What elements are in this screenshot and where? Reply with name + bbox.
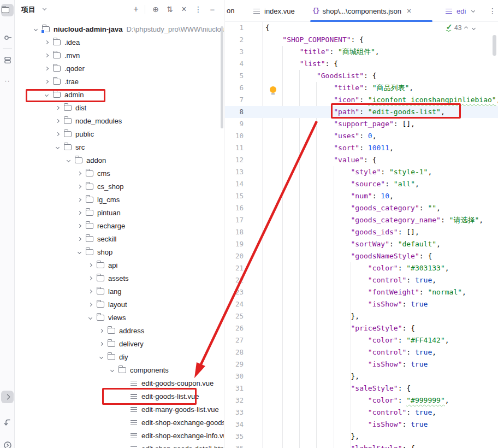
inspection-widget[interactable]: ✓ 43 <box>446 24 475 32</box>
chevron-right-icon[interactable] <box>55 105 59 109</box>
tree-item-shop[interactable]: shop <box>15 245 224 258</box>
code-line-30[interactable]: 30 }, <box>225 370 498 382</box>
tab-components-json[interactable]: {} shop\...\components.json × <box>312 0 411 22</box>
project-scrollbar[interactable] <box>221 26 223 128</box>
tree-item-.idea[interactable]: .idea <box>15 36 224 49</box>
chevron-down-icon[interactable] <box>99 355 103 358</box>
tree-item-diy[interactable]: diy <box>15 350 224 363</box>
code-line-12[interactable]: 12 "value": { <box>225 154 498 166</box>
code-line-5[interactable]: 5 "GoodsList": { <box>225 70 498 82</box>
chevron-right-icon[interactable] <box>88 263 92 267</box>
chevron-right-icon[interactable] <box>77 171 81 175</box>
code-line-13[interactable]: 13 "style": "style-1", <box>225 166 498 178</box>
options-kebab-button[interactable]: ⋮ <box>193 4 204 15</box>
code-line-18[interactable]: 18 "goods_ids": [], <box>225 226 498 238</box>
tree-item-cs_shop[interactable]: cs_shop <box>15 180 224 193</box>
code-line-6[interactable]: 6 "title": "商品列表", <box>225 82 498 94</box>
tree-item-delivery[interactable]: delivery <box>15 337 224 350</box>
tree-item-api[interactable]: api <box>15 258 224 272</box>
tree-item-addon[interactable]: addon <box>15 154 224 167</box>
project-panel-title[interactable]: 项目 <box>21 5 35 15</box>
code-line-15[interactable]: 15 "num": 10, <box>225 190 498 202</box>
project-tool-icon[interactable] <box>1 4 14 16</box>
chevron-right-icon[interactable] <box>55 132 59 135</box>
terminal-tool-icon[interactable] <box>1 391 14 403</box>
tree-item-components[interactable]: components <box>15 363 224 376</box>
code-line-2[interactable]: 2 "SHOP_COMPONENT": { <box>225 34 498 46</box>
tree-item-edit-shop-exchange-info.vue[interactable]: edit-shop-exchange-info.vue <box>15 429 224 442</box>
hide-panel-button[interactable]: − <box>207 4 218 15</box>
tree-item-recharge[interactable]: recharge <box>15 219 224 232</box>
tree-item-.mvn[interactable]: .mvn <box>15 49 224 62</box>
tree-item-node_modules[interactable]: node_modules <box>15 114 224 127</box>
code-line-25[interactable]: 25 }, <box>225 310 498 322</box>
chevron-right-icon[interactable] <box>88 276 92 280</box>
code-line-29[interactable]: 29 "isShow": true <box>225 358 498 370</box>
tree-item-edit-shop-goods-detail-btn.vue[interactable]: edit-shop-goods-detail-btn.vue <box>15 442 224 448</box>
next-problem-icon[interactable] <box>472 26 476 30</box>
code-line-35[interactable]: 35 }, <box>225 431 498 443</box>
code-line-22[interactable]: 22 "control": true, <box>225 274 498 286</box>
tree-item-niucloud-admin-java[interactable]: niucloud-admin-javaD:\phpstudy_pro\WWW\n… <box>15 22 224 36</box>
prev-problem-icon[interactable] <box>464 26 468 30</box>
tree-item-views[interactable]: views <box>15 311 224 324</box>
code-line-19[interactable]: 19 "sortWay": "default", <box>225 238 498 250</box>
tree-item-address[interactable]: address <box>15 324 224 337</box>
chevron-down-icon[interactable] <box>471 9 475 13</box>
services-tool-icon[interactable] <box>1 415 14 428</box>
chevron-down-icon[interactable] <box>33 27 37 31</box>
code-line-34[interactable]: 34 "isShow": true <box>225 418 498 431</box>
chevron-down-icon[interactable] <box>55 145 59 149</box>
tree-item-public[interactable]: public <box>15 127 224 140</box>
tree-item-.trae[interactable]: .trae <box>15 75 224 88</box>
chevron-right-icon[interactable] <box>44 79 48 83</box>
chevron-right-icon[interactable] <box>88 289 92 293</box>
close-tab-icon[interactable]: × <box>407 7 411 15</box>
chevron-right-icon[interactable] <box>77 223 81 227</box>
structure-tool-icon[interactable] <box>1 54 14 66</box>
chevron-right-icon[interactable] <box>44 53 48 57</box>
code-line-27[interactable]: 27 "color": "#FF4142", <box>225 334 498 346</box>
tree-item-edit-shop-exchange-goods.vue[interactable]: edit-shop-exchange-goods.vue <box>15 416 224 429</box>
tree-item-dist[interactable]: dist <box>15 101 224 114</box>
tree-item-lg_cms[interactable]: lg_cms <box>15 193 224 206</box>
chevron-right-icon[interactable] <box>44 66 48 70</box>
code-line-8[interactable]: 8 "path": "edit-goods-list", <box>225 106 498 118</box>
code-line-14[interactable]: 14 "source": "all", <box>225 178 498 190</box>
chevron-right-icon[interactable] <box>55 119 59 122</box>
chevron-right-icon[interactable] <box>77 197 81 201</box>
tree-item-lang[interactable]: lang <box>15 285 224 298</box>
tree-item-edit-many-goods-list.vue[interactable]: edit-many-goods-list.vue <box>15 403 224 416</box>
tabs-kebab-icon[interactable]: ⋮ <box>489 7 496 15</box>
code-line-9[interactable]: 9 "support_page": [], <box>225 118 498 130</box>
chevron-right-icon[interactable] <box>88 302 92 306</box>
commit-tool-icon[interactable] <box>1 31 14 44</box>
tree-item-edit-goods-coupon.vue[interactable]: edit-goods-coupon.vue <box>15 376 224 390</box>
code-line-36[interactable]: 36 "labelStyle": { <box>225 443 498 448</box>
collapse-all-button[interactable]: × <box>179 4 189 15</box>
code-line-17[interactable]: 17 "goods_category_name": "请选择", <box>225 214 498 226</box>
code-line-4[interactable]: 4 "list": { <box>225 58 498 70</box>
intention-bulb-icon[interactable] <box>270 86 276 95</box>
tree-item-cms[interactable]: cms <box>15 167 224 180</box>
chevron-down-icon[interactable] <box>77 250 81 254</box>
chevron-down-icon[interactable] <box>88 315 92 319</box>
code-line-20[interactable]: 20 "goodsNameStyle": { <box>225 250 498 262</box>
code-line-26[interactable]: 26 "priceStyle": { <box>225 322 498 334</box>
run-tool-icon[interactable] <box>1 438 14 448</box>
chevron-right-icon[interactable] <box>99 328 103 332</box>
tree-item-admin[interactable]: admin <box>15 88 224 101</box>
code-line-28[interactable]: 28 "control": true, <box>225 346 498 358</box>
code-line-31[interactable]: 31 "saleStyle": { <box>225 382 498 394</box>
code-line-7[interactable]: 7 "icon": "iconfont iconshangpinliebiao"… <box>225 94 498 106</box>
tree-item-src[interactable]: src <box>15 140 224 154</box>
tree-item-seckill[interactable]: seckill <box>15 232 224 245</box>
code-line-10[interactable]: 10 "uses": 0, <box>225 130 498 142</box>
tree-item-layout[interactable]: layout <box>15 298 224 311</box>
code-line-11[interactable]: 11 "sort": 10011, <box>225 142 498 154</box>
tree-item-pintuan[interactable]: pintuan <box>15 206 224 219</box>
chevron-down-icon[interactable] <box>44 92 48 96</box>
chevron-right-icon[interactable] <box>44 40 48 44</box>
expand-all-button[interactable]: ⇅ <box>164 4 175 15</box>
chevron-down-icon[interactable] <box>110 368 114 372</box>
